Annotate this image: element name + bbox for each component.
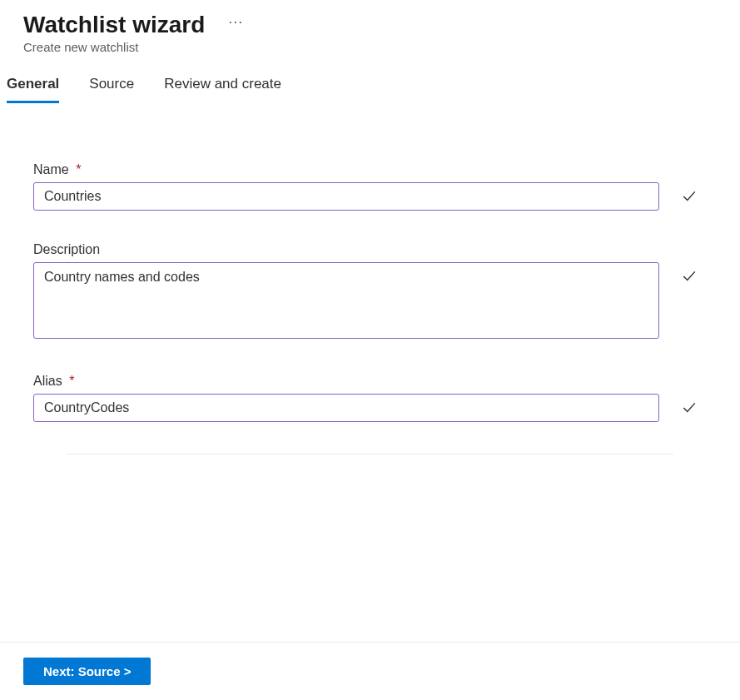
more-actions-icon[interactable]: ··· [228,13,243,31]
check-icon [682,400,697,415]
tab-source[interactable]: Source [89,76,134,103]
page-subtitle: Create new watchlist [23,40,717,54]
check-icon [682,269,697,284]
field-group-name: Name * [33,162,707,211]
required-indicator: * [69,374,74,388]
description-label: Description [33,242,707,257]
wizard-footer: Next: Source > [0,642,740,700]
name-input[interactable] [33,182,659,211]
tab-review-and-create[interactable]: Review and create [164,76,281,103]
description-input[interactable]: Country names and codes [33,262,659,339]
check-icon [682,189,697,204]
field-group-description: Description Country names and codes [33,242,707,342]
alias-label-text: Alias [33,374,62,388]
description-label-text: Description [33,242,100,256]
section-divider [67,454,673,454]
name-label: Name * [33,162,707,177]
next-source-button[interactable]: Next: Source > [23,658,151,685]
form-area: Name * Description Country names and cod… [0,104,740,454]
wizard-tabs: General Source Review and create [0,54,740,104]
page-header: Watchlist wizard ··· Create new watchlis… [0,0,740,54]
alias-label: Alias * [33,374,707,389]
field-group-alias: Alias * [33,374,707,422]
page-title: Watchlist wizard [23,12,205,38]
required-indicator: * [76,162,81,176]
alias-input[interactable] [33,394,659,422]
tab-general[interactable]: General [7,76,59,103]
name-label-text: Name [33,162,69,176]
